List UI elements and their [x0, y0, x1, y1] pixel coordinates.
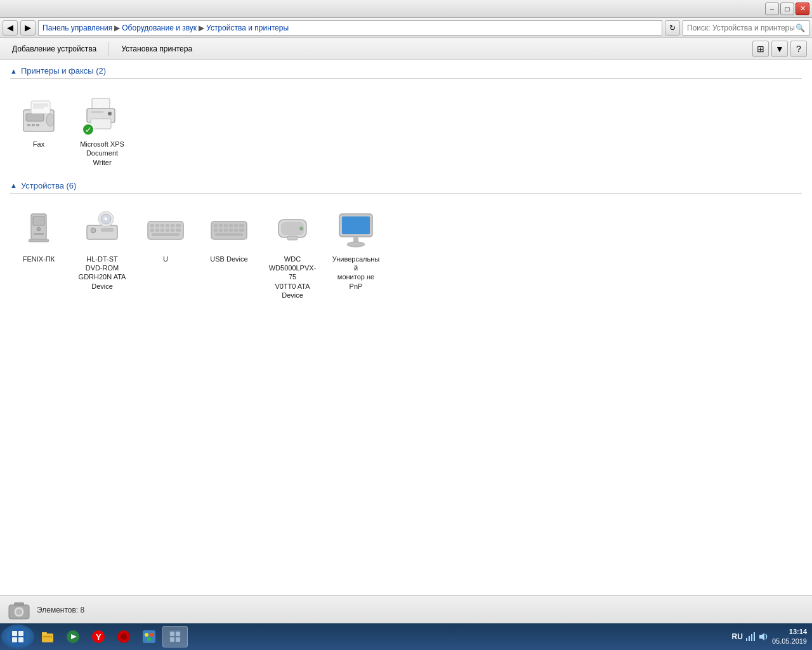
- svg-rect-19: [29, 239, 49, 242]
- device-usb[interactable]: USB Device: [200, 206, 258, 303]
- main-content: ▲ Принтеры и факсы (2): [0, 60, 812, 595]
- search-input[interactable]: [687, 23, 796, 32]
- breadcrumb-part-1[interactable]: Панель управления: [43, 23, 112, 32]
- address-bar: ◀ ▶ Панель управления ▶ Оборудование и з…: [0, 18, 812, 38]
- windows-logo-icon: [9, 628, 27, 646]
- svg-rect-2: [31, 101, 50, 114]
- devices-collapse-arrow[interactable]: ▲: [10, 182, 17, 189]
- taskbar-item-media[interactable]: [61, 626, 85, 647]
- svg-rect-43: [219, 224, 223, 227]
- help-button[interactable]: ?: [790, 41, 807, 57]
- printers-section-header: ▲ Принтеры и факсы (2): [10, 66, 802, 79]
- view-options-button[interactable]: ⊞: [752, 41, 769, 57]
- taskbar-item-redapp[interactable]: [112, 626, 136, 647]
- svg-point-22: [91, 228, 96, 233]
- dvdrom-icon: [82, 211, 122, 249]
- svg-point-13: [108, 112, 112, 116]
- device-wdc[interactable]: WDC WD5000LPVX-75V0TT0 ATADevice: [264, 206, 321, 303]
- device-xps-writer[interactable]: ✓ Microsoft XPSDocument Writer: [74, 91, 131, 171]
- search-box[interactable]: 🔍: [683, 20, 809, 36]
- search-icon: 🔍: [796, 23, 805, 32]
- install-printer-button[interactable]: Установка принтера: [114, 40, 199, 58]
- default-printer-badge: ✓: [82, 123, 95, 136]
- taskbar: Y: [0, 623, 812, 650]
- xps-writer-label: Microsoft XPSDocument Writer: [77, 140, 127, 167]
- svg-rect-87: [176, 632, 180, 636]
- svg-rect-32: [171, 224, 174, 227]
- window-controls: – □ ✕: [765, 3, 809, 15]
- device-fenix-pc[interactable]: FENIX-ПК: [10, 206, 67, 303]
- breadcrumb-part-2[interactable]: Оборудование и звук: [122, 23, 197, 32]
- start-button[interactable]: [1, 625, 34, 649]
- taskbar-item-paint[interactable]: [137, 626, 161, 647]
- device-u[interactable]: U: [137, 206, 194, 303]
- svg-rect-91: [749, 636, 750, 641]
- usb-keyboard-icon: [209, 215, 249, 246]
- fax-label: Fax: [33, 140, 44, 149]
- refresh-button[interactable]: ↻: [665, 20, 680, 36]
- taskbar-item-controlpanel[interactable]: [162, 626, 188, 647]
- svg-rect-71: [18, 637, 23, 642]
- harddisk-icon-wrap: [272, 210, 313, 251]
- taskbar-item-yandex[interactable]: Y: [86, 626, 110, 647]
- close-button[interactable]: ✕: [796, 3, 809, 15]
- svg-point-84: [147, 637, 151, 641]
- svg-rect-36: [160, 229, 164, 232]
- device-fax[interactable]: Fax: [10, 91, 67, 171]
- svg-rect-70: [12, 637, 17, 642]
- printers-collapse-arrow[interactable]: ▲: [10, 67, 17, 75]
- svg-rect-33: [176, 224, 181, 227]
- change-view-button[interactable]: ▼: [771, 41, 788, 57]
- svg-text:Y: Y: [96, 632, 102, 642]
- u-device-label: U: [163, 255, 168, 263]
- svg-rect-60: [342, 216, 370, 234]
- svg-rect-31: [166, 224, 169, 227]
- svg-rect-37: [166, 229, 169, 232]
- usb-device-label: USB Device: [210, 255, 247, 263]
- svg-rect-8: [32, 124, 35, 126]
- svg-rect-35: [155, 229, 159, 232]
- toolbar-right: ⊞ ▼ ?: [752, 41, 807, 57]
- device-dvd-rom[interactable]: HL-DT-ST DVD-ROMGDRH20N ATADevice: [74, 206, 131, 303]
- system-tray: RU: [732, 632, 768, 642]
- svg-rect-21: [101, 228, 114, 232]
- printers-items-row: Fax ✓ Microsoft XPS: [10, 86, 802, 181]
- monitor-icon-wrap: [336, 210, 376, 251]
- svg-rect-46: [234, 224, 238, 227]
- wdc-label: WDC WD5000LPVX-75V0TT0 ATADevice: [268, 255, 317, 300]
- address-path[interactable]: Панель управления ▶ Оборудование и звук …: [38, 20, 662, 36]
- volume-icon: [758, 632, 768, 642]
- svg-point-57: [299, 227, 303, 230]
- svg-rect-34: [150, 229, 154, 232]
- back-button[interactable]: ◀: [3, 20, 18, 36]
- forward-button[interactable]: ▶: [20, 20, 36, 36]
- svg-rect-72: [42, 633, 53, 642]
- monitor-icon: [336, 211, 376, 249]
- device-monitor[interactable]: Универсальныймонитор не PnP: [327, 206, 384, 303]
- svg-point-83: [150, 633, 154, 637]
- minimize-button[interactable]: –: [765, 3, 779, 15]
- maximize-button[interactable]: □: [780, 3, 794, 15]
- taskbar-item-explorer[interactable]: [36, 626, 60, 647]
- add-device-button[interactable]: Добавление устройства: [5, 40, 103, 58]
- date-display: 05.05.2019: [772, 637, 807, 646]
- svg-rect-52: [234, 229, 238, 232]
- svg-point-82: [145, 633, 148, 637]
- dvd-rom-label: HL-DT-ST DVD-ROMGDRH20N ATADevice: [77, 255, 127, 291]
- computer-icon: [20, 211, 58, 249]
- svg-rect-38: [171, 229, 174, 232]
- svg-rect-42: [214, 224, 218, 227]
- title-bar: – □ ✕: [0, 0, 812, 18]
- svg-rect-58: [287, 236, 298, 240]
- svg-rect-1: [26, 114, 44, 121]
- breadcrumb-part-3[interactable]: Устройства и принтеры: [206, 23, 289, 32]
- add-device-label: Добавление устройства: [12, 44, 96, 53]
- svg-rect-47: [239, 224, 244, 227]
- svg-rect-69: [18, 631, 23, 636]
- svg-rect-39: [176, 229, 181, 232]
- harddisk-icon: [272, 213, 313, 248]
- svg-rect-28: [150, 224, 154, 227]
- svg-point-67: [10, 628, 26, 645]
- devices-section-title: Устройства (6): [21, 181, 77, 190]
- monitor-label: Универсальныймонитор не PnP: [331, 255, 381, 291]
